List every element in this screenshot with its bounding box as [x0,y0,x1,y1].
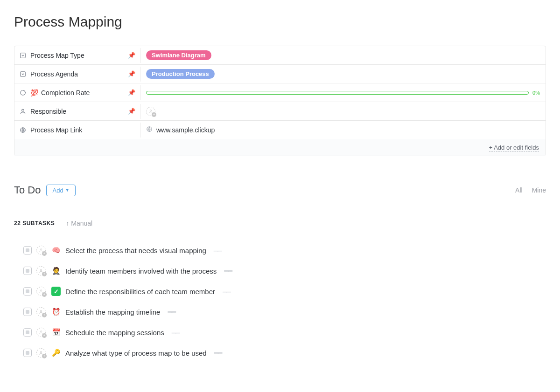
pin-icon[interactable]: 📌 [128,52,135,59]
subtask-meta: 22 SUBTASKS ↑ Manual [14,220,546,227]
field-row-process-agenda: Process Agenda 📌 Production Process [14,65,546,83]
sort-button[interactable]: ↑ Manual [66,220,92,227]
field-row-responsible: Responsible 📌 [14,102,546,121]
hundred-icon: 💯 [30,89,38,96]
dropdown-field-icon [19,52,27,59]
field-value-cell[interactable] [140,104,546,119]
subtask-row[interactable]: 🧠Select the process that needs visual ma… [23,240,546,261]
field-label-cell[interactable]: Process Map Link [14,123,140,138]
svg-point-7 [40,249,42,250]
svg-point-3 [22,109,24,111]
progress-field-icon [19,89,27,96]
add-button-label: Add [52,187,63,194]
field-label-cell[interactable]: 💯 Completion Rate 📌 [14,85,140,100]
field-value-cell[interactable]: 0% [140,87,546,98]
assignee-add-icon[interactable] [36,287,46,296]
filter-all[interactable]: All [515,186,523,194]
pin-icon[interactable]: 📌 [128,70,135,77]
drag-handle-icon[interactable]: ══ [168,308,175,316]
assignee-add-icon[interactable] [36,328,46,337]
task-text[interactable]: Identify team members involved with the … [65,267,217,275]
subtask-list: 🧠Select the process that needs visual ma… [14,240,546,363]
progress-bar[interactable] [146,91,529,95]
task-emoji-icon: 📅 [51,328,61,337]
svg-point-8 [40,269,42,271]
field-label-cell[interactable]: Responsible 📌 [14,104,140,119]
svg-point-10 [40,310,42,312]
field-label-cell[interactable]: Process Map Type 📌 [14,48,140,63]
filter-links: All Mine [515,186,546,194]
globe-field-icon [19,126,27,134]
check-badge-icon: ✓ [51,287,61,296]
field-label: Completion Rate [41,89,90,96]
drag-handle-icon[interactable]: ══ [224,267,231,275]
task-emoji-icon: 🧠 [51,246,61,254]
field-row-process-map-type: Process Map Type 📌 Swimlane Diagram [14,46,546,65]
caret-down-icon: ▼ [65,188,70,193]
tag-value: Production Process [146,69,215,79]
subtask-row[interactable]: 🤵Identify team members involved with the… [23,261,546,281]
subtask-count: 22 SUBTASKS [14,220,55,227]
task-text[interactable]: Establish the mapping timeline [65,308,160,316]
checkbox[interactable] [23,287,32,296]
dropdown-field-icon [19,70,27,78]
checkbox[interactable] [23,308,32,316]
field-row-completion-rate: 💯 Completion Rate 📌 0% [14,83,546,102]
person-field-icon [19,108,27,115]
drag-handle-icon[interactable]: ══ [223,288,230,295]
field-label: Process Map Link [30,126,82,134]
field-label: Process Agenda [30,70,78,78]
sort-label: Manual [71,220,92,227]
add-button[interactable]: Add ▼ [46,185,75,196]
add-edit-fields-link[interactable]: + Add or edit fields [489,144,539,151]
checkbox[interactable] [23,349,32,357]
field-value-cell[interactable]: www.sample.clickup [140,123,546,137]
progress-wrap: 0% [146,90,540,96]
assignee-add-icon[interactable] [36,307,46,316]
field-value-cell[interactable]: Swimlane Diagram [140,48,546,63]
globe-icon [146,126,153,134]
todo-title: To Do [14,184,41,196]
assignee-add-icon[interactable] [36,246,46,255]
filter-mine[interactable]: Mine [532,186,546,194]
task-text[interactable]: Select the process that needs visual map… [65,247,206,254]
drag-handle-icon[interactable]: ══ [214,247,221,254]
drag-handle-icon[interactable]: ══ [214,349,222,357]
svg-rect-0 [21,53,26,58]
pin-icon[interactable]: 📌 [128,108,135,115]
field-label: Process Map Type [30,52,84,59]
tag-value: Swimlane Diagram [146,50,211,60]
svg-rect-1 [21,71,26,76]
task-text[interactable]: Analyze what type of process map to be u… [65,349,207,357]
assignee-add-icon[interactable] [36,348,46,358]
assignee-add-icon[interactable] [146,107,155,116]
progress-percent: 0% [532,90,540,96]
arrow-up-icon: ↑ [66,220,69,227]
link-value[interactable]: www.sample.clickup [156,126,215,134]
task-text[interactable]: Schedule the mapping sessions [65,329,164,337]
subtask-row[interactable]: ⏰Establish the mapping timeline══ [23,302,546,322]
drag-handle-icon[interactable]: ══ [172,329,179,336]
field-label-cell[interactable]: Process Agenda 📌 [14,67,140,82]
subtask-row[interactable]: 📅Schedule the mapping sessions══ [23,322,546,343]
task-emoji-icon: 🤵 [51,267,61,275]
task-emoji-icon: ⏰ [51,308,61,316]
field-row-process-map-link: Process Map Link www.sample.clickup [14,121,546,139]
pin-icon[interactable]: 📌 [128,89,135,96]
custom-fields-table: Process Map Type 📌 Swimlane Diagram Proc… [14,46,546,156]
field-value-cell[interactable]: Production Process [140,66,546,82]
svg-point-9 [40,290,42,291]
subtask-row[interactable]: ✓Define the responsibilities of each tea… [23,281,546,302]
checkbox[interactable] [23,267,32,275]
task-text[interactable]: Define the responsibilities of each team… [65,288,215,296]
task-emoji-icon: 🔑 [51,349,61,357]
svg-point-4 [150,110,151,111]
page-title: Process Mapping [14,14,546,30]
checkbox[interactable] [23,328,32,337]
subtask-row[interactable]: 🔑Analyze what type of process map to be … [23,343,546,363]
svg-point-12 [40,351,42,353]
svg-point-11 [40,331,42,332]
assignee-add-icon[interactable] [36,266,46,275]
checkbox[interactable] [23,246,32,254]
add-fields-row: + Add or edit fields [14,139,546,156]
